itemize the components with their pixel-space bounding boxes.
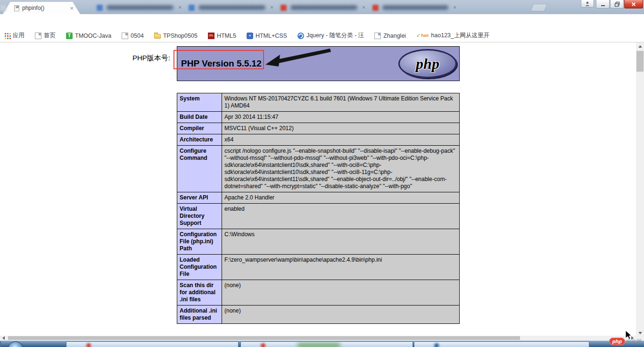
row-label: Build Date [177, 112, 222, 123]
taskbar-item-icon [86, 343, 91, 347]
taskbar-item-icon [434, 343, 439, 347]
vertical-scrollbar[interactable] [636, 42, 644, 336]
tab-blurred[interactable]: × [372, 3, 456, 12]
scroll-left-icon[interactable] [2, 336, 5, 340]
row-value: Apache 2.0 Handler [222, 192, 460, 204]
row-value: C:\Windows [222, 229, 460, 255]
blurred-tab-title [107, 5, 173, 10]
horizontal-scrollbar[interactable] [0, 336, 636, 340]
taskbar-item-icon [261, 343, 265, 347]
row-value: x64 [222, 134, 460, 146]
tab-blurred[interactable]: × [0, 3, 18, 12]
bookmark-item[interactable]: 0504 [122, 33, 144, 39]
row-value: (none) [222, 306, 460, 324]
bookmark-favicon-icon: XDL [208, 33, 215, 39]
bookmark-label: 0504 [131, 33, 144, 39]
scroll-up-icon[interactable] [638, 45, 642, 48]
scroll-down-icon[interactable] [638, 332, 642, 334]
bookmark-favicon-icon [122, 33, 128, 39]
tab-close-icon[interactable]: × [453, 4, 456, 11]
bookmark-item[interactable]: XDL HTML5 [208, 33, 236, 39]
table-row: Loaded Configuration File F:\zero_wampse… [177, 255, 460, 280]
tab-favicon-icon [189, 5, 195, 11]
person-icon [585, 1, 590, 7]
window-close-button[interactable] [624, 0, 643, 8]
bookmark-label: HTML+CSS [256, 33, 287, 39]
bookmark-item[interactable]: 应用 [4, 32, 25, 40]
table-row: Configuration File (php.ini) Path C:\Win… [177, 229, 460, 255]
horizontal-scroll-thumb[interactable] [8, 336, 520, 340]
bookmark-item[interactable]: ▼ HTML+CSS [247, 33, 287, 39]
bookmark-item[interactable]: TPShop0505 [154, 33, 198, 39]
bookmark-favicon-icon: ▼ [247, 33, 253, 39]
bookmark-label: HTML5 [217, 33, 236, 39]
table-row: Additional .ini files parsed (none) [177, 306, 460, 324]
red-annotation-box [173, 50, 264, 69]
bookmark-item[interactable]: 首页 [35, 32, 56, 40]
minimize-button[interactable] [596, 0, 610, 8]
bookmark-item[interactable]: hao hao123_上网从这里开 [416, 32, 489, 40]
row-label: System [177, 93, 222, 112]
bookmark-item[interactable]: Zhanglei [374, 33, 406, 39]
table-row: Configure Command cscript /nologo config… [177, 146, 460, 192]
row-label: Configuration File (php.ini) Path [177, 229, 222, 255]
taskbar-item[interactable] [414, 341, 589, 347]
bookmark-favicon-icon [374, 33, 381, 39]
profile-button[interactable] [581, 0, 594, 8]
taskbar-item[interactable] [0, 341, 1, 347]
restore-icon [614, 1, 620, 7]
mouse-cursor [625, 330, 632, 340]
phpinfo-table: System Windows NT MS-20170427CYZC 6.1 bu… [177, 93, 460, 324]
tab-close-icon[interactable]: × [178, 4, 182, 11]
row-label: Configure Command [177, 146, 222, 192]
tab-blurred[interactable]: × [97, 3, 182, 12]
row-value: MSVC11 (Visual C++ 2012) [222, 123, 460, 134]
tab-favicon-icon [0, 5, 6, 11]
tab-favicon-icon [372, 5, 379, 11]
bookmark-favicon-icon [154, 34, 161, 39]
table-row: Scan this dir for additional .ini files … [177, 280, 460, 306]
bookmarks-bar: 应用 首页 T TMOOC-Java 0504 TPShop0505 XDL H… [0, 29, 644, 42]
table-row: System Windows NT MS-20170427CYZC 6.1 bu… [177, 93, 460, 112]
bookmark-favicon-icon [35, 33, 41, 39]
bookmark-label: TPShop0505 [163, 33, 198, 39]
row-value: Windows NT MS-20170427CYZC 6.1 build 760… [222, 93, 460, 112]
blurred-tab-title [198, 5, 265, 10]
blurred-tab-title [382, 5, 448, 10]
browser-toolbar: localhost/phpinfo.php [0, 14, 644, 29]
new-tab-button[interactable] [530, 4, 547, 11]
row-value: F:\zero_wampserver\wamp\bin\apache\apach… [222, 255, 460, 280]
row-label: Server API [177, 192, 222, 204]
table-row: Server API Apache 2.0 Handler [177, 192, 460, 204]
tab-close-icon[interactable]: × [15, 4, 18, 11]
phpinfo-table-body: System Windows NT MS-20170427CYZC 6.1 bu… [177, 93, 460, 324]
row-label: Additional .ini files parsed [177, 306, 222, 324]
taskbar-item[interactable] [240, 341, 413, 347]
bookmark-favicon-icon [297, 33, 304, 39]
bookmark-favicon-icon: hao [416, 33, 429, 39]
vertical-scroll-thumb[interactable] [636, 51, 644, 72]
taskbar-item[interactable] [66, 341, 239, 347]
minimize-icon [600, 1, 606, 7]
bookmark-favicon-icon [4, 33, 10, 39]
bookmark-favicon-icon: T [66, 33, 73, 39]
row-value: Apr 30 2014 11:15:47 [222, 112, 460, 123]
table-row: Virtual Directory Support enabled [177, 204, 460, 229]
blurred-tab-title [290, 5, 357, 10]
tab-close-icon[interactable]: × [362, 4, 365, 11]
tab-blurred[interactable]: × [189, 3, 273, 12]
tab-close-icon[interactable]: × [270, 4, 273, 11]
bookmark-label: Zhanglei [383, 33, 406, 39]
page-content: PHP版本号: PHP Version 5.5.12 php System Wi… [0, 42, 636, 336]
windows-taskbar [0, 340, 644, 347]
tab-blurred[interactable]: × [281, 3, 365, 12]
watermark-php-badge: php [609, 338, 625, 345]
tab-close-icon[interactable]: × [70, 5, 74, 12]
bookmark-item[interactable]: T TMOOC-Java [66, 33, 111, 39]
table-row: Compiler MSVC11 (Visual C++ 2012) [177, 123, 460, 134]
row-label: Compiler [177, 123, 222, 134]
maximize-button[interactable] [610, 0, 624, 8]
bookmark-item[interactable]: Jquery - 随笔分类 - 汪 [297, 32, 364, 40]
bookmark-label: 首页 [44, 32, 56, 40]
bookmark-label: 应用 [13, 32, 25, 40]
